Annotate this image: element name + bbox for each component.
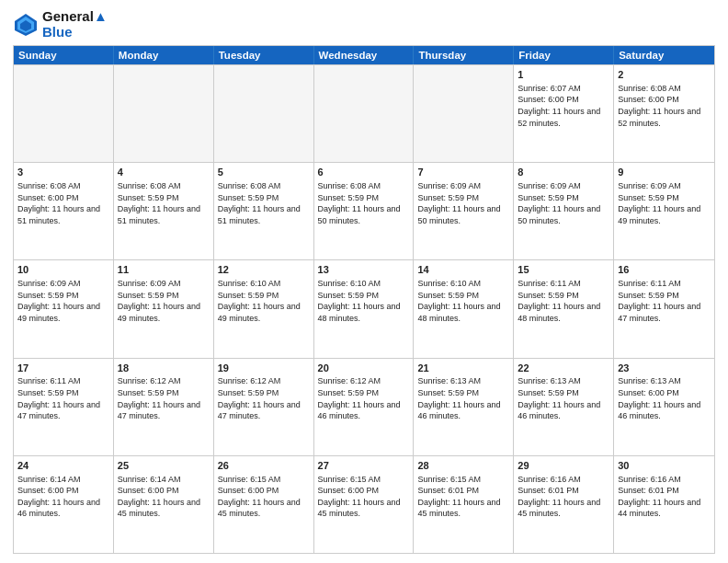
calendar-cell: 11Sunrise: 6:09 AMSunset: 5:59 PMDayligh… [114,260,214,357]
day-number: 6 [318,166,410,179]
day-number: 7 [417,166,509,179]
calendar-body: 1Sunrise: 6:07 AMSunset: 6:00 PMDaylight… [14,64,714,553]
cell-info: Sunrise: 6:12 AMSunset: 5:59 PMDaylight:… [318,375,410,421]
day-number: 2 [618,68,711,82]
day-number: 24 [17,459,109,473]
cell-info: Sunrise: 6:08 AMSunset: 5:59 PMDaylight:… [218,180,310,226]
day-number: 20 [318,362,410,375]
calendar-cell: 12Sunrise: 6:10 AMSunset: 5:59 PMDayligh… [214,260,314,357]
calendar-cell [214,65,314,162]
calendar-cell: 10Sunrise: 6:09 AMSunset: 5:59 PMDayligh… [14,260,114,357]
cell-info: Sunrise: 6:14 AMSunset: 6:00 PMDaylight:… [17,474,109,520]
day-number: 17 [17,362,109,375]
calendar-cell: 26Sunrise: 6:15 AMSunset: 6:00 PMDayligh… [214,456,314,553]
calendar-cell: 25Sunrise: 6:14 AMSunset: 6:00 PMDayligh… [114,456,214,553]
calendar-cell: 20Sunrise: 6:12 AMSunset: 5:59 PMDayligh… [314,359,415,455]
calendar-cell: 22Sunrise: 6:13 AMSunset: 5:59 PMDayligh… [514,359,614,455]
day-number: 12 [218,263,310,277]
calendar-header-row: SundayMondayTuesdayWednesdayThursdayFrid… [14,46,714,64]
calendar-header-cell: Friday [514,46,614,64]
cell-info: Sunrise: 6:16 AMSunset: 6:01 PMDaylight:… [518,474,609,520]
calendar-cell: 7Sunrise: 6:09 AMSunset: 5:59 PMDaylight… [414,163,514,259]
cell-info: Sunrise: 6:15 AMSunset: 6:00 PMDaylight:… [218,474,310,520]
header: General▲ Blue [13,9,715,40]
calendar-cell [114,65,214,162]
calendar-cell: 30Sunrise: 6:16 AMSunset: 6:01 PMDayligh… [614,456,714,553]
calendar-cell: 16Sunrise: 6:11 AMSunset: 5:59 PMDayligh… [614,260,714,357]
day-number: 14 [417,263,509,277]
calendar-cell: 3Sunrise: 6:08 AMSunset: 6:00 PMDaylight… [14,163,114,259]
day-number: 1 [518,68,609,82]
page: General▲ Blue SundayMondayTuesdayWednesd… [0,0,728,563]
day-number: 30 [618,459,711,473]
calendar-cell: 2Sunrise: 6:08 AMSunset: 6:00 PMDaylight… [614,65,714,162]
cell-info: Sunrise: 6:10 AMSunset: 5:59 PMDaylight:… [218,278,310,324]
day-number: 27 [318,459,410,473]
calendar-cell: 17Sunrise: 6:11 AMSunset: 5:59 PMDayligh… [14,359,114,455]
day-number: 11 [118,263,210,277]
day-number: 25 [118,459,210,473]
calendar-cell: 9Sunrise: 6:09 AMSunset: 5:59 PMDaylight… [614,163,714,259]
calendar-cell: 5Sunrise: 6:08 AMSunset: 5:59 PMDaylight… [214,163,314,259]
cell-info: Sunrise: 6:13 AMSunset: 6:00 PMDaylight:… [618,375,711,421]
day-number: 15 [518,263,609,277]
cell-info: Sunrise: 6:09 AMSunset: 5:59 PMDaylight:… [518,180,609,226]
cell-info: Sunrise: 6:11 AMSunset: 5:59 PMDaylight:… [618,278,711,324]
day-number: 4 [118,166,210,179]
day-number: 5 [218,166,310,179]
calendar: SundayMondayTuesdayWednesdayThursdayFrid… [13,45,715,554]
calendar-week-row: 17Sunrise: 6:11 AMSunset: 5:59 PMDayligh… [14,358,714,455]
cell-info: Sunrise: 6:13 AMSunset: 5:59 PMDaylight:… [518,375,609,421]
calendar-cell: 19Sunrise: 6:12 AMSunset: 5:59 PMDayligh… [214,359,314,455]
day-number: 8 [518,166,609,179]
day-number: 22 [518,362,609,375]
calendar-header-cell: Tuesday [214,46,314,64]
day-number: 13 [318,263,410,277]
day-number: 16 [618,263,711,277]
day-number: 18 [118,362,210,375]
cell-info: Sunrise: 6:08 AMSunset: 6:00 PMDaylight:… [618,83,711,129]
day-number: 10 [17,263,109,277]
calendar-cell: 4Sunrise: 6:08 AMSunset: 5:59 PMDaylight… [114,163,214,259]
calendar-header-cell: Monday [114,46,214,64]
cell-info: Sunrise: 6:07 AMSunset: 6:00 PMDaylight:… [518,83,609,129]
cell-info: Sunrise: 6:15 AMSunset: 6:00 PMDaylight:… [318,474,410,520]
cell-info: Sunrise: 6:13 AMSunset: 5:59 PMDaylight:… [417,375,509,421]
day-number: 29 [518,459,609,473]
day-number: 3 [17,166,109,179]
cell-info: Sunrise: 6:09 AMSunset: 5:59 PMDaylight:… [417,180,509,226]
cell-info: Sunrise: 6:11 AMSunset: 5:59 PMDaylight:… [17,375,109,421]
calendar-cell: 1Sunrise: 6:07 AMSunset: 6:00 PMDaylight… [514,65,614,162]
day-number: 9 [618,166,711,179]
calendar-cell: 21Sunrise: 6:13 AMSunset: 5:59 PMDayligh… [414,359,514,455]
cell-info: Sunrise: 6:09 AMSunset: 5:59 PMDaylight:… [17,278,109,324]
calendar-cell [14,65,114,162]
calendar-week-row: 10Sunrise: 6:09 AMSunset: 5:59 PMDayligh… [14,259,714,357]
day-number: 26 [218,459,310,473]
calendar-cell: 27Sunrise: 6:15 AMSunset: 6:00 PMDayligh… [314,456,415,553]
cell-info: Sunrise: 6:16 AMSunset: 6:01 PMDaylight:… [618,474,711,520]
calendar-cell: 23Sunrise: 6:13 AMSunset: 6:00 PMDayligh… [614,359,714,455]
cell-info: Sunrise: 6:08 AMSunset: 6:00 PMDaylight:… [17,180,109,226]
cell-info: Sunrise: 6:09 AMSunset: 5:59 PMDaylight:… [618,180,711,226]
calendar-header-cell: Sunday [14,46,114,64]
calendar-cell: 29Sunrise: 6:16 AMSunset: 6:01 PMDayligh… [514,456,614,553]
logo-icon [13,12,39,38]
cell-info: Sunrise: 6:08 AMSunset: 5:59 PMDaylight:… [118,180,210,226]
cell-info: Sunrise: 6:10 AMSunset: 5:59 PMDaylight:… [417,278,509,324]
calendar-cell: 15Sunrise: 6:11 AMSunset: 5:59 PMDayligh… [514,260,614,357]
calendar-cell: 28Sunrise: 6:15 AMSunset: 6:01 PMDayligh… [414,456,514,553]
cell-info: Sunrise: 6:08 AMSunset: 5:59 PMDaylight:… [318,180,410,226]
calendar-header-cell: Thursday [414,46,514,64]
logo-text: General▲ Blue [42,9,108,40]
calendar-cell: 18Sunrise: 6:12 AMSunset: 5:59 PMDayligh… [114,359,214,455]
day-number: 21 [417,362,509,375]
calendar-cell [414,65,514,162]
calendar-week-row: 24Sunrise: 6:14 AMSunset: 6:00 PMDayligh… [14,455,714,553]
calendar-cell: 8Sunrise: 6:09 AMSunset: 5:59 PMDaylight… [514,163,614,259]
cell-info: Sunrise: 6:15 AMSunset: 6:01 PMDaylight:… [417,474,509,520]
cell-info: Sunrise: 6:09 AMSunset: 5:59 PMDaylight:… [118,278,210,324]
calendar-header-cell: Wednesday [314,46,415,64]
calendar-cell [314,65,415,162]
cell-info: Sunrise: 6:12 AMSunset: 5:59 PMDaylight:… [118,375,210,421]
